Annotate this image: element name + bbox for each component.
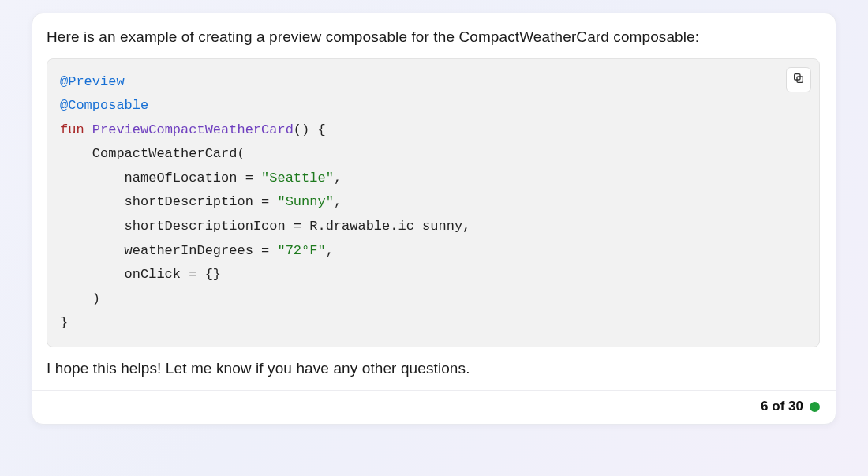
code-annotation-preview: @Preview: [60, 74, 125, 89]
code-arg3: shortDescriptionIcon = R.drawable.ic_sun…: [60, 219, 470, 234]
copy-button[interactable]: [786, 67, 811, 92]
code-arg1-end: ,: [334, 171, 342, 186]
outro-text: I hope this helps! Let me know if you ha…: [47, 360, 820, 377]
code-block: @Preview @Composable fun PreviewCompactW…: [47, 58, 820, 348]
pager-label: 6 of 30: [761, 399, 803, 414]
copy-icon: [792, 72, 805, 87]
code-arg4-end: ,: [326, 243, 334, 258]
code-arg2-val: "Sunny": [277, 194, 333, 209]
code-call-close: ): [60, 291, 100, 306]
code-arg1-val: "Seattle": [261, 171, 334, 186]
code-arg2-end: ,: [334, 194, 342, 209]
code-arg4-val: "72°F": [277, 243, 325, 258]
status-dot-icon: [810, 402, 820, 412]
code-keyword-fun: fun: [60, 122, 84, 137]
code-close: }: [60, 315, 68, 330]
code-arg1-key: nameOfLocation =: [60, 171, 261, 186]
code-annotation-composable: @Composable: [60, 98, 148, 113]
code-arg5: onClick = {}: [60, 267, 221, 282]
code-call-open: CompactWeatherCard(: [60, 146, 245, 161]
code-arg2-key: shortDescription =: [60, 194, 277, 209]
message-card: Here is an example of creating a preview…: [32, 13, 836, 425]
code-function-name: PreviewCompactWeatherCard: [92, 122, 294, 137]
message-body: Here is an example of creating a preview…: [32, 13, 836, 390]
intro-text: Here is an example of creating a preview…: [47, 26, 820, 49]
code-open-sig: () {: [294, 122, 326, 137]
pager-sep: of: [769, 399, 789, 414]
code-arg4-key: weatherInDegrees =: [60, 243, 277, 258]
pager-total: 30: [788, 399, 803, 414]
card-footer: 6 of 30: [32, 390, 836, 424]
pager-current: 6: [761, 399, 768, 414]
